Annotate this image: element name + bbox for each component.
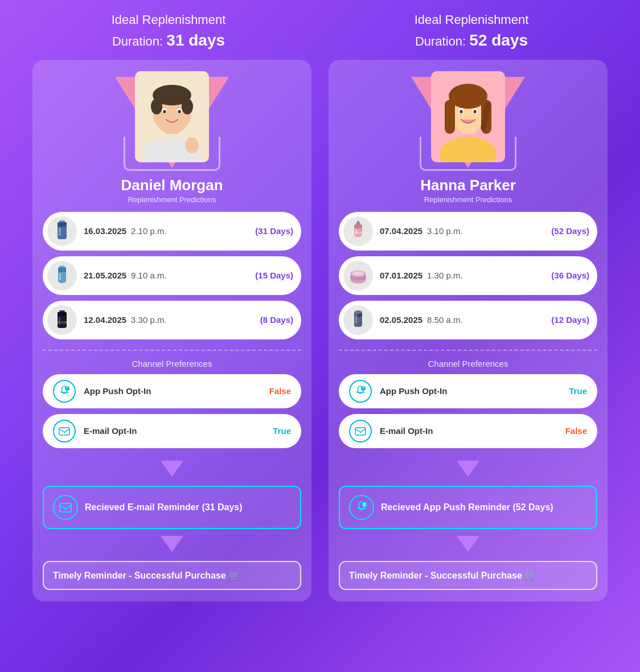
right-header-line1: Ideal Replenishment (415, 11, 529, 29)
left-person-name: Daniel Morgan (121, 177, 223, 194)
svg-rect-26 (67, 387, 68, 388)
right-arrow-1 (457, 461, 479, 477)
left-product-details-2: 12.04.2025 3.30 p.m. (8 Days) (84, 315, 293, 325)
right-prod-date-1: 07.01.2025 (380, 271, 422, 280)
right-reminder-icon (349, 495, 374, 520)
left-reminder-text: Recieved E-mail Reminder (31 Days) (85, 502, 243, 513)
right-product-row-1: CREAM 07.01.2025 1.30 p.m. (36 Days) (339, 256, 597, 295)
left-prod-days-2: (8 Days) (260, 315, 293, 325)
right-channel-icon-mail (349, 420, 372, 442)
svg-text:OCAAN: OCAAN (56, 321, 68, 324)
left-product-row-2: OCAAN 12.04.2025 3.30 p.m. (8 Days) (43, 301, 301, 339)
left-product-row-1: 21.05.2025 9.10 a.m. (15 Days) (43, 256, 301, 295)
left-arrow-1 (161, 461, 183, 477)
left-success-text: Timely Reminder - Successful Purchase 🛒 (53, 570, 291, 581)
left-prod-days-0: (31 Days) (255, 226, 293, 236)
left-channel-title: Channel Preferences (132, 359, 212, 368)
left-prod-date-0: 16.03.2025 (84, 226, 126, 236)
right-prod-days-1: (36 Days) (551, 271, 589, 280)
right-person-subtitle: Replenishment Predictions (424, 195, 512, 204)
left-prod-date-1: 21.05.2025 (84, 271, 126, 280)
right-success-text: Timely Reminder - Successful Purchase 🛒 (349, 570, 587, 581)
svg-rect-22 (58, 312, 67, 316)
right-card: Hanna Parker Replenishment Predictions C… (329, 60, 608, 601)
left-product-icon-0 (47, 216, 77, 246)
svg-rect-60 (364, 503, 365, 505)
svg-point-61 (364, 505, 365, 506)
right-prod-date-2: 02.05.2025 (380, 315, 422, 325)
right-reminder-text: Recieved App Push Reminder (52 Days) (381, 502, 553, 513)
left-prod-time-0: 2.10 p.m. (131, 226, 167, 236)
right-arrow-2 (457, 536, 479, 552)
right-prod-time-1: 1.30 p.m. (427, 271, 463, 280)
left-channel-row-1: E-mail Opt-In True (43, 414, 301, 448)
right-channel-icon-bell (349, 380, 372, 403)
right-prod-time-2: 8.50 a.m. (427, 315, 463, 325)
left-avatar-area (115, 71, 229, 171)
svg-rect-34 (445, 100, 455, 134)
left-card: Daniel Morgan Replenishment Predictions … (32, 60, 311, 601)
left-product-icon-1 (47, 261, 77, 290)
right-channel-label-0: App Push Opt-In (380, 386, 569, 396)
svg-rect-58 (355, 428, 366, 435)
svg-rect-44 (354, 224, 362, 228)
left-channel-icon-mail (53, 420, 76, 442)
left-success-box: Timely Reminder - Successful Purchase 🛒 (43, 561, 301, 590)
svg-rect-54 (355, 313, 357, 323)
right-prod-days-0: (52 Days) (551, 226, 589, 236)
right-product-details-0: 07.04.2025 3.10 p.m. (52 Days) (380, 226, 589, 236)
svg-point-5 (151, 99, 162, 114)
left-channel-row-0: App Push Opt-In False (43, 374, 301, 408)
right-product-icon-1: CREAM (343, 261, 373, 290)
left-channel-icon-bell (53, 380, 76, 403)
right-reminder-box: Recieved App Push Reminder (52 Days) (339, 486, 597, 529)
left-prod-days-1: (15 Days) (255, 271, 293, 280)
left-product-icon-2: OCAAN (47, 305, 77, 335)
left-prod-time-1: 9.10 a.m. (131, 271, 167, 280)
right-header: Ideal Replenishment Duration: 52 days (415, 11, 529, 51)
left-channel-label-0: App Push Opt-In (84, 386, 269, 396)
right-prod-days-2: (12 Days) (551, 315, 589, 325)
left-channel-label-1: E-mail Opt-In (84, 426, 273, 436)
left-person-subtitle: Replenishment Predictions (128, 195, 216, 204)
right-channel-label-1: E-mail Opt-In (380, 426, 565, 436)
right-channel-row-0: App Push Opt-In True (339, 374, 597, 408)
right-channel-title: Channel Preferences (428, 359, 508, 368)
right-channel-row-1: E-mail Opt-In False (339, 414, 597, 448)
svg-point-39 (460, 110, 463, 113)
left-prod-date-2: 12.04.2025 (84, 315, 126, 325)
left-product-details-1: 21.05.2025 9.10 a.m. (15 Days) (84, 271, 293, 280)
right-prod-time-0: 3.10 p.m. (427, 226, 463, 236)
svg-point-40 (474, 110, 477, 113)
left-product-details-0: 16.03.2025 2.10 p.m. (31 Days) (84, 226, 293, 236)
left-avatar-frame (124, 137, 220, 171)
left-prod-time-2: 3.30 p.m. (131, 315, 167, 325)
left-channel-value-1: True (273, 426, 291, 436)
left-header-line1: Ideal Replenishment (112, 11, 226, 29)
svg-rect-18 (58, 267, 66, 272)
right-person-name: Hanna Parker (420, 177, 516, 194)
right-avatar-frame (420, 137, 516, 171)
left-reminder-icon (53, 495, 78, 520)
right-channel-value-1: False (565, 426, 587, 436)
svg-point-6 (182, 99, 193, 114)
right-product-details-2: 02.05.2025 8.50 a.m. (12 Days) (380, 315, 589, 325)
svg-rect-19 (59, 273, 61, 280)
left-arrow-2 (161, 536, 183, 552)
right-header-line2: Duration: 52 days (415, 29, 529, 51)
svg-rect-27 (59, 428, 69, 435)
svg-text:CREAM: CREAM (353, 274, 363, 277)
svg-point-55 (354, 310, 362, 314)
left-divider (43, 350, 301, 351)
right-success-box: Timely Reminder - Successful Purchase 🛒 (339, 561, 597, 590)
right-product-row-2: 02.05.2025 8.50 a.m. (12 Days) (339, 301, 597, 339)
left-header: Ideal Replenishment Duration: 31 days (112, 11, 226, 51)
svg-text:CHANEL: CHANEL (352, 231, 364, 235)
right-avatar-area (411, 71, 525, 171)
svg-point-10 (178, 110, 181, 113)
svg-rect-43 (357, 221, 359, 224)
svg-rect-28 (60, 503, 71, 512)
svg-rect-14 (58, 222, 67, 227)
right-product-details-1: 07.01.2025 1.30 p.m. (36 Days) (380, 271, 589, 280)
left-reminder-box: Recieved E-mail Reminder (31 Days) (43, 486, 301, 529)
